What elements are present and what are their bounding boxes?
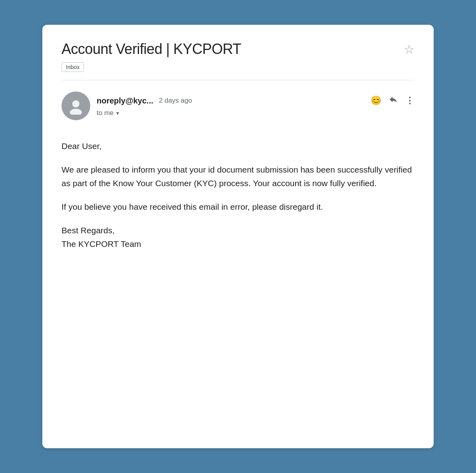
email-body: Dear User, We are pleased to inform you … xyxy=(61,139,415,251)
sender-info: noreply@kyc... 2 days ago 😊 ⋮ to me ▾ xyxy=(97,95,415,117)
to-me-label: to me xyxy=(97,109,114,117)
email-closing-line2: The KYCPORT Team xyxy=(61,239,141,248)
email-closing: Best Regards, The KYCPORT Team xyxy=(61,224,415,251)
sender-top: noreply@kyc... 2 days ago 😊 ⋮ xyxy=(97,95,415,107)
email-paragraph2: If you believe you have received this em… xyxy=(61,200,415,214)
email-card: Account Verified | KYCPORT Inbox ☆ norep… xyxy=(42,25,434,448)
sender-actions: 😊 ⋮ xyxy=(371,95,415,107)
sender-row: noreply@kyc... 2 days ago 😊 ⋮ to me ▾ xyxy=(61,91,415,120)
avatar-icon xyxy=(67,97,85,115)
divider xyxy=(61,80,415,80)
email-closing-line1: Best Regards, xyxy=(61,226,115,235)
reply-arrow-icon xyxy=(389,95,398,104)
to-me-row: to me ▾ xyxy=(97,109,415,117)
email-paragraph1: We are pleased to inform you that your i… xyxy=(61,163,415,191)
sender-name: noreply@kyc... xyxy=(97,96,153,105)
email-greeting: Dear User, xyxy=(61,139,415,153)
email-subject-area: Account Verified | KYCPORT Inbox xyxy=(61,41,241,72)
star-icon[interactable]: ☆ xyxy=(404,42,415,56)
inbox-badge[interactable]: Inbox xyxy=(61,62,84,72)
more-options-icon[interactable]: ⋮ xyxy=(405,95,415,106)
email-subject: Account Verified | KYCPORT xyxy=(61,41,241,58)
svg-point-0 xyxy=(72,100,79,107)
chevron-down-icon[interactable]: ▾ xyxy=(116,110,119,116)
send-time: 2 days ago xyxy=(159,97,192,105)
email-header: Account Verified | KYCPORT Inbox ☆ xyxy=(61,41,415,72)
reply-icon[interactable] xyxy=(389,95,398,107)
emoji-react-icon[interactable]: 😊 xyxy=(371,95,381,106)
avatar xyxy=(61,91,90,120)
svg-point-1 xyxy=(70,109,82,115)
